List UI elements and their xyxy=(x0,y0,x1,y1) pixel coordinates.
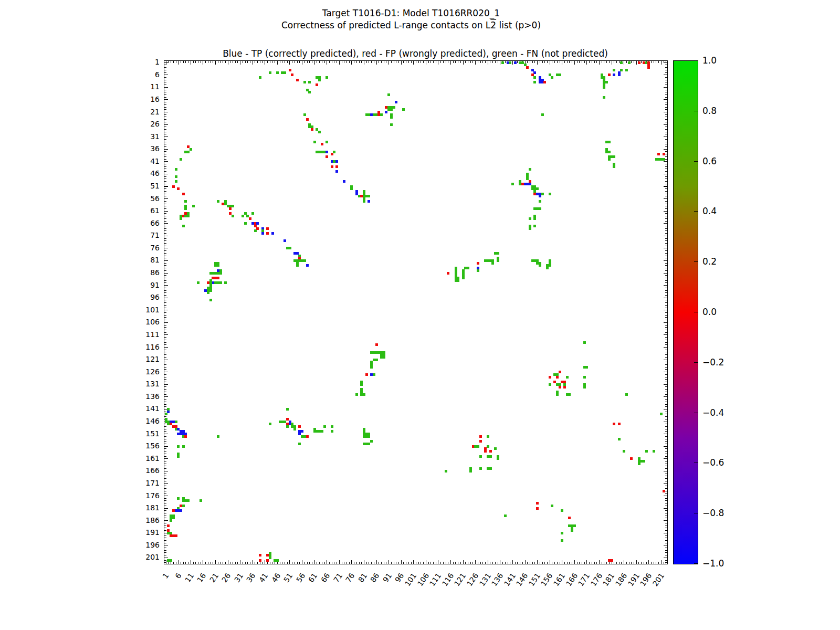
contact-point-fp xyxy=(559,386,561,388)
contact-point-fn xyxy=(561,509,563,512)
y-tick-label: 141 xyxy=(127,404,160,413)
y-tick-label: 126 xyxy=(127,368,160,376)
contact-point-fn xyxy=(529,217,531,220)
contact-point-fn xyxy=(467,267,469,269)
contact-point-fp xyxy=(175,534,177,537)
contact-point-tp xyxy=(306,264,309,267)
colorbar-tick-label: −0.6 xyxy=(702,458,724,467)
y-tick-label: 76 xyxy=(127,244,160,252)
contact-point-fp xyxy=(543,81,546,83)
contact-point-fp xyxy=(184,435,187,438)
contact-point-fp xyxy=(365,373,368,376)
contact-point-tp xyxy=(326,151,328,153)
contact-point-fp xyxy=(536,507,539,510)
contact-point-fn xyxy=(298,443,301,445)
contact-point-fn xyxy=(333,151,335,153)
colorbar-tick-label: 0.4 xyxy=(702,206,717,216)
contact-point-fn xyxy=(660,413,663,415)
x-tick-label: 136 xyxy=(490,571,505,587)
x-tick-label: 126 xyxy=(465,571,480,587)
contact-point-fn xyxy=(363,200,365,203)
contact-point-fn xyxy=(303,81,306,83)
contact-point-fp xyxy=(613,423,615,425)
title-line1: Target T1016-D1: Model T1016RR020_1 xyxy=(281,7,541,19)
contact-point-fn xyxy=(479,467,482,470)
x-tick-label: 141 xyxy=(502,571,517,587)
contact-point-fp xyxy=(335,165,338,168)
x-tick-label: 176 xyxy=(589,571,604,587)
contact-point-fn xyxy=(224,281,227,284)
contact-point-fp xyxy=(447,272,449,275)
contact-point-fn xyxy=(585,366,588,369)
colorbar-tick-mark xyxy=(694,362,698,363)
contact-point-fn xyxy=(603,86,605,89)
contact-point-fn xyxy=(244,222,247,225)
contact-point-fn xyxy=(489,455,492,458)
contact-point-fp xyxy=(291,74,293,76)
y-tick-label: 46 xyxy=(127,169,160,177)
x-tick-label: 161 xyxy=(552,571,566,587)
contact-point-fn xyxy=(549,193,551,195)
contact-point-fp xyxy=(331,153,333,155)
colorbar-tick-mark xyxy=(694,312,698,312)
colorbar-tick-label: −0.2 xyxy=(702,358,724,367)
contact-point-fn xyxy=(207,291,209,294)
contact-point-fn xyxy=(487,435,489,438)
y-tick-label: 56 xyxy=(127,194,160,203)
contact-point-fn xyxy=(487,445,489,448)
contact-point-fp xyxy=(638,61,640,64)
contact-point-fn xyxy=(180,217,182,220)
contact-point-fp xyxy=(526,66,529,69)
contact-point-fp xyxy=(289,69,291,71)
colorbar-tick-mark xyxy=(694,161,698,162)
contact-point-fn xyxy=(232,205,234,207)
contact-point-fn xyxy=(603,96,605,99)
contact-point-tp xyxy=(385,111,387,113)
y-tick-label: 196 xyxy=(127,541,160,549)
contact-point-fn xyxy=(175,175,177,178)
contact-point-fp xyxy=(296,79,299,81)
contact-point-fp xyxy=(559,371,561,373)
contact-point-fp xyxy=(630,457,633,460)
contact-point-fn xyxy=(259,76,261,79)
contact-point-fn xyxy=(556,393,559,396)
colorbar-tick-mark xyxy=(694,211,698,212)
x-tick-label: 121 xyxy=(453,571,467,587)
contact-point-fn xyxy=(561,539,563,542)
contact-point-fp xyxy=(229,207,232,210)
contact-point-fp xyxy=(266,559,269,562)
contact-point-fn xyxy=(217,264,219,267)
contact-point-fn xyxy=(170,519,172,522)
contact-point-fn xyxy=(175,421,177,423)
contact-point-fn xyxy=(350,187,353,190)
contact-point-tp xyxy=(256,222,259,225)
y-tick-label: 176 xyxy=(127,491,160,500)
contact-point-fn xyxy=(331,430,333,433)
x-tick-label: 201 xyxy=(651,571,666,587)
contact-point-tp xyxy=(284,239,286,242)
contact-point-fp xyxy=(489,450,492,453)
contact-point-fn xyxy=(491,262,494,265)
y-tick-label: 1 xyxy=(127,58,160,66)
contact-point-fn xyxy=(326,141,328,143)
y-tick-label: 101 xyxy=(127,306,160,314)
x-tick-label: 91 xyxy=(381,571,393,584)
contact-point-fn xyxy=(638,463,640,465)
x-tick-label: 41 xyxy=(257,571,269,584)
contact-point-fn xyxy=(390,116,393,119)
contact-point-fn xyxy=(529,168,531,171)
contact-point-fn xyxy=(286,425,289,428)
x-tick-label: 76 xyxy=(344,571,356,584)
contact-point-fn xyxy=(318,131,321,133)
contact-point-fn xyxy=(303,113,306,116)
colorbar-tick-mark xyxy=(694,413,698,413)
contact-point-fn xyxy=(613,165,615,168)
contact-point-fn xyxy=(645,450,648,453)
contact-point-fp xyxy=(556,376,559,379)
contact-point-tp xyxy=(261,232,264,235)
contact-point-fp xyxy=(266,227,269,230)
x-tick-label: 196 xyxy=(638,571,653,587)
contact-point-fn xyxy=(180,158,182,161)
contact-point-fn xyxy=(618,438,621,440)
contact-point-fn xyxy=(217,200,219,203)
